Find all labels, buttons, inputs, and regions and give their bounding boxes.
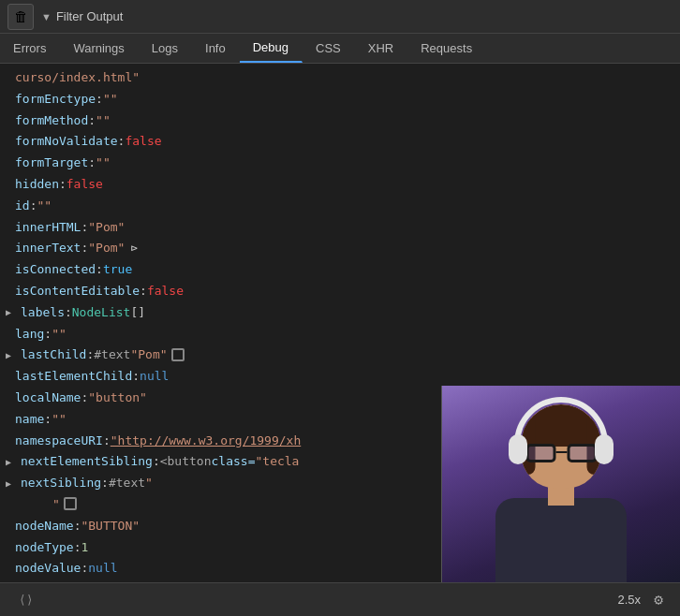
cursor-icon: ⊳	[130, 240, 137, 257]
camera-feed	[442, 386, 680, 582]
code-line-formmethod: formMethod : ""	[0, 110, 680, 132]
trash-icon: 🗑	[14, 8, 28, 25]
expand-arrow-icon: ▶	[6, 348, 17, 363]
scroll-arrows[interactable]: ⟨⟩	[19, 593, 34, 607]
toolbar: 🗑 ▼ Filter Output	[0, 0, 680, 34]
gear-icon: ⚙	[654, 591, 663, 609]
code-line-id: id : ""	[0, 196, 680, 217]
settings-button[interactable]: ⚙	[648, 590, 669, 610]
code-line-iscontenteditable: isContentEditable : false	[0, 281, 680, 302]
expand-arrow-icon: ▶	[6, 455, 17, 470]
tab-bar: Errors Warnings Logs Info Debug CSS XHR …	[0, 34, 680, 64]
code-line-lastelementchild: lastElementChild : null	[0, 366, 680, 388]
code-line-innertext: innerText : "Pom" ⊳	[0, 238, 680, 259]
tab-debug[interactable]: Debug	[240, 34, 303, 63]
target-icon	[64, 497, 77, 510]
code-line-formtarget: formTarget : ""	[0, 153, 680, 174]
tab-requests[interactable]: Requests	[407, 34, 486, 63]
code-line-innerhtml: innerHTML : "Pom"	[0, 217, 680, 239]
person-neck	[548, 487, 574, 506]
headphone-cup-left	[509, 434, 527, 464]
code-line-hidden: hidden : false	[0, 174, 680, 196]
headphones-band	[514, 397, 608, 448]
headphone-cup-right	[595, 434, 613, 464]
target-icon	[171, 348, 185, 361]
tab-info[interactable]: Info	[192, 34, 240, 63]
filter-output-label: ▼ Filter Output	[41, 9, 123, 23]
tab-logs[interactable]: Logs	[139, 34, 192, 63]
filter-output-text: Filter Output	[56, 9, 124, 23]
person-body	[495, 498, 627, 582]
tab-css[interactable]: CSS	[303, 34, 355, 63]
glasses-bridge	[555, 451, 567, 453]
tab-errors[interactable]: Errors	[0, 34, 60, 63]
code-line-lang: lang : ""	[0, 324, 680, 345]
code-line-cursohtml: curso/index.html"	[0, 67, 680, 89]
code-line-isconnected: isConnected : true	[0, 259, 680, 281]
tab-xhr[interactable]: XHR	[355, 34, 407, 63]
person-figure	[442, 386, 680, 582]
code-line-formenctype: formEnctype : ""	[0, 89, 680, 110]
code-line-lastchild[interactable]: ▶ lastChild : #text "Pom"	[0, 345, 680, 366]
clear-button[interactable]: 🗑	[7, 4, 34, 30]
camera-overlay	[441, 386, 680, 582]
code-value: curso/index.html"	[15, 68, 140, 88]
code-line-formnovalidate: formNoValidate : false	[0, 131, 680, 153]
zoom-level: 2.5x	[617, 593, 641, 607]
code-line-labels[interactable]: ▶ labels : NodeList []	[0, 302, 680, 324]
expand-arrow-icon: ▶	[6, 477, 17, 491]
filter-icon: ▼	[41, 11, 52, 22]
tab-warnings[interactable]: Warnings	[60, 34, 138, 63]
bottom-bar: ⟨⟩ 2.5x ⚙	[0, 582, 680, 616]
expand-arrow-icon: ▶	[6, 305, 17, 320]
